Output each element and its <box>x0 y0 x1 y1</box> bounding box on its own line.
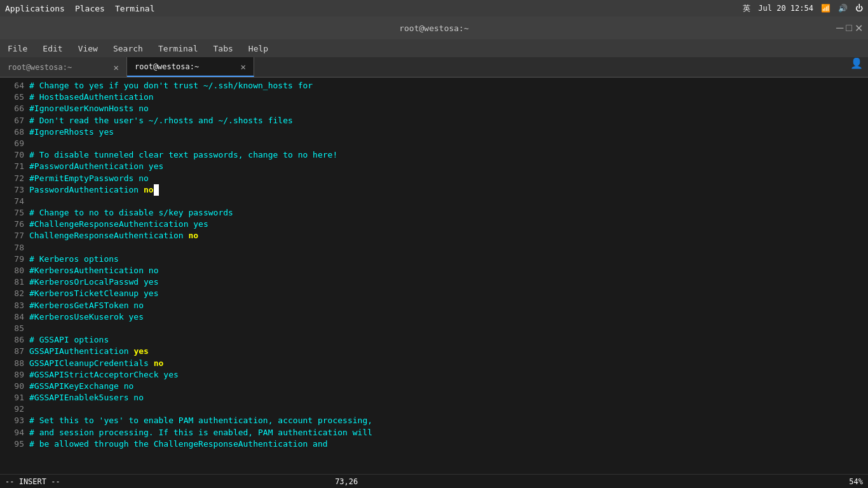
wifi-icon: 📶 <box>821 4 831 13</box>
line-number: 80 <box>5 265 24 276</box>
line-number: 85 <box>5 323 24 334</box>
terminal-line: 82#KerberosTicketCleanup yes <box>5 288 863 299</box>
line-number: 72 <box>5 173 24 184</box>
line-number: 73 <box>5 184 24 196</box>
terminal-line: 76#ChallengeResponseAuthentication yes <box>5 219 863 230</box>
tab-2[interactable]: root@westosa:~ ✕ <box>127 57 254 77</box>
menu-terminal[interactable]: Terminal <box>156 43 201 55</box>
system-bar-right: 英 Jul 20 12:54 📶 🔊 ⏻ <box>743 3 863 14</box>
line-number: 86 <box>5 334 24 346</box>
close-button[interactable]: ✕ <box>855 22 863 34</box>
line-number: 70 <box>5 149 24 161</box>
terminal-line: 69 <box>5 138 863 149</box>
line-number: 74 <box>5 196 24 207</box>
line-text: #IgnoreUserKnownHosts no <box>29 103 149 114</box>
line-text: #PermitEmptyPasswords no <box>29 173 149 184</box>
tab-2-close[interactable]: ✕ <box>241 62 246 72</box>
terminal-line: 94# and session processing. If this is e… <box>5 427 863 438</box>
menu-view[interactable]: View <box>76 43 100 55</box>
tab-1-label: root@westosa:~ <box>8 63 72 72</box>
line-text: #GSSAPIKeyExchange no <box>29 381 133 392</box>
line-text: #KerberosUseKuserok yes <box>29 311 144 323</box>
line-text: PasswordAuthentication no <box>29 184 159 196</box>
line-number: 78 <box>5 242 24 254</box>
datetime-display: Jul 20 12:54 <box>758 4 813 13</box>
places-menu[interactable]: Places <box>75 4 105 13</box>
terminal-line: 74 <box>5 196 863 207</box>
line-text: # Change to no to disable s/key password… <box>29 207 233 219</box>
line-number: 67 <box>5 115 24 126</box>
terminal-line: 65# HostbasedAuthentication <box>5 92 863 103</box>
terminal-line: 86# GSSAPI options <box>5 334 863 346</box>
tab-user-icon: 👤 <box>850 57 863 77</box>
terminal-line: 79# Kerberos options <box>5 254 863 265</box>
terminal-line: 70# To disable tunneled clear text passw… <box>5 149 863 161</box>
tab-2-label: root@westosa:~ <box>135 62 199 71</box>
status-bar: -- INSERT -- 73,26 54% <box>0 474 868 488</box>
maximize-button[interactable]: □ <box>846 22 852 34</box>
applications-menu[interactable]: Applications <box>5 4 65 13</box>
volume-icon: 🔊 <box>838 4 848 13</box>
title-bar: root@westosa:~ ─ □ ✕ <box>0 17 868 39</box>
terminal-line: 95# be allowed through the ChallengeResp… <box>5 438 863 450</box>
window-title: root@westosa:~ <box>399 24 469 33</box>
line-text: # GSSAPI options <box>29 334 109 346</box>
line-number: 93 <box>5 415 24 426</box>
terminal-line: 88GSSAPICleanupCredentials no <box>5 358 863 369</box>
terminal-line: 89#GSSAPIStrictAcceptorCheck yes <box>5 369 863 381</box>
line-number: 64 <box>5 80 24 92</box>
terminal-menu[interactable]: Terminal <box>115 4 155 13</box>
line-number: 95 <box>5 438 24 450</box>
line-number: 81 <box>5 276 24 288</box>
terminal-line: 68#IgnoreRhosts yes <box>5 126 863 138</box>
line-text: GSSAPICleanupCredentials no <box>29 358 163 369</box>
line-number: 83 <box>5 300 24 311</box>
line-text: # Don't read the user's ~/.rhosts and ~/… <box>29 115 293 126</box>
tab-1[interactable]: root@westosa:~ ✕ <box>0 57 127 77</box>
terminal-line: 67# Don't read the user's ~/.rhosts and … <box>5 115 863 126</box>
line-number: 69 <box>5 138 24 149</box>
line-text: #PasswordAuthentication yes <box>29 161 163 172</box>
terminal-line: 92 <box>5 403 863 415</box>
menu-bar: File Edit View Search Terminal Tabs Help <box>0 39 868 57</box>
menu-edit[interactable]: Edit <box>40 43 65 55</box>
line-number: 71 <box>5 161 24 172</box>
minimize-button[interactable]: ─ <box>836 22 843 34</box>
window-controls: ─ □ ✕ <box>836 22 863 34</box>
line-text: # be allowed through the ChallengeRespon… <box>29 438 328 450</box>
terminal-line: 87GSSAPIAuthentication yes <box>5 346 863 357</box>
terminal-line: 78 <box>5 242 863 254</box>
line-number: 90 <box>5 381 24 392</box>
line-number: 68 <box>5 126 24 138</box>
line-text: #KerberosGetAFSToken no <box>29 300 144 311</box>
line-number: 65 <box>5 92 24 103</box>
line-number: 79 <box>5 254 24 265</box>
terminal-line: 80#KerberosAuthentication no <box>5 265 863 276</box>
line-text: # Change to yes if you don't trust ~/.ss… <box>29 80 313 92</box>
line-number: 77 <box>5 230 24 241</box>
terminal-line: 75# Change to no to disable s/key passwo… <box>5 207 863 219</box>
line-number: 94 <box>5 427 24 438</box>
line-text: # HostbasedAuthentication <box>29 92 154 103</box>
cursor-position: 73,26 54% <box>335 477 863 486</box>
menu-tabs[interactable]: Tabs <box>211 43 236 55</box>
terminal-line: 71#PasswordAuthentication yes <box>5 161 863 172</box>
terminal-line: 84#KerberosUseKuserok yes <box>5 311 863 323</box>
tab-1-close[interactable]: ✕ <box>114 62 119 72</box>
language-indicator[interactable]: 英 <box>743 3 750 14</box>
menu-file[interactable]: File <box>5 43 30 55</box>
terminal-line: 85 <box>5 323 863 334</box>
menu-search[interactable]: Search <box>111 43 146 55</box>
line-text: # Kerberos options <box>29 254 119 265</box>
line-number: 82 <box>5 288 24 299</box>
system-bar-left: Applications Places Terminal <box>5 4 155 13</box>
line-text: ChallengeResponseAuthentication no <box>29 230 198 241</box>
terminal-line: 77ChallengeResponseAuthentication no <box>5 230 863 241</box>
line-text: #ChallengeResponseAuthentication yes <box>29 219 208 230</box>
terminal-content[interactable]: 64# Change to yes if you don't trust ~/.… <box>0 78 868 474</box>
terminal-line: 91#GSSAPIEnablek5users no <box>5 392 863 403</box>
terminal-line: 93# Set this to 'yes' to enable PAM auth… <box>5 415 863 426</box>
menu-help[interactable]: Help <box>246 43 271 55</box>
line-text: #KerberosTicketCleanup yes <box>29 288 159 299</box>
terminal-line: 64# Change to yes if you don't trust ~/.… <box>5 80 863 92</box>
